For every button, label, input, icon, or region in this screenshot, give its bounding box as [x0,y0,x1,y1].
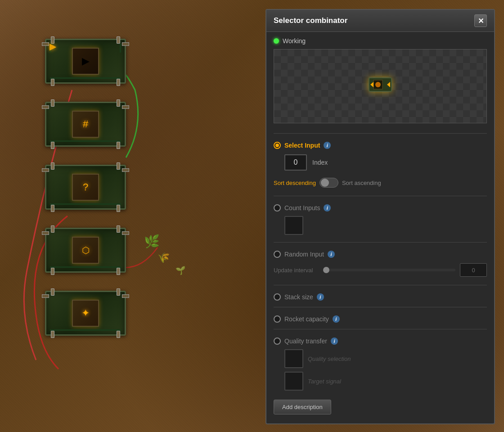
sort-descending-label: Sort descending [274,180,316,186]
dialog-title: Selector combinator [274,16,347,25]
rocket-capacity-label: Rocket capacity [284,315,329,323]
target-signal-slot[interactable] [284,372,303,391]
random-input-section: Random Input i [274,246,487,261]
selector-combinator-dialog: Selector combinator ✕ Working [266,9,495,424]
machine-2: # [36,97,171,151]
sort-toggle-thumb [321,179,329,187]
index-row: Index [274,152,487,175]
preview-machine-icon [367,76,394,97]
count-inputs-info-icon[interactable]: i [324,204,331,212]
sort-toggle[interactable] [320,178,338,188]
preview-area [274,49,487,123]
status-indicator [274,38,279,44]
plant-decoration-2: 🌾 [158,252,170,264]
stack-size-label: Stack size [284,293,313,301]
target-signal-placeholder: Target signal [308,378,341,385]
index-input[interactable] [284,154,307,171]
dialog-header: Selector combinator ✕ [266,10,494,32]
index-label: Index [312,159,328,166]
divider-5 [274,307,487,307]
divider-2 [274,196,487,196]
rocket-capacity-section: Rocket capacity i [274,311,487,325]
add-description-button[interactable]: Add description [274,400,331,414]
count-inputs-section: Count Inputs i [274,200,487,214]
quality-slots-area: Quality selection Target signal [274,347,487,394]
status-bar: Working [274,37,487,45]
stack-size-info-icon[interactable]: i [317,293,324,301]
plant-decoration: 🌿 [144,234,160,249]
machines-container: ▶ ▶ # [36,32,171,343]
count-inputs-radio[interactable] [274,204,281,212]
plant-decoration-3: 🌱 [176,266,185,275]
quality-selection-row: Quality selection [284,349,487,368]
update-interval-label: Update interval [274,267,319,274]
interval-value[interactable]: 0 [460,263,487,277]
select-input-section: Select Input i [274,137,487,152]
update-interval-row: Update interval 0 [274,261,487,281]
quality-transfer-label: Quality transfer [284,338,327,345]
machine-3: ? [36,160,171,214]
count-inputs-label: Count Inputs [284,204,320,212]
random-input-info-icon[interactable]: i [328,251,335,258]
quality-transfer-section: Quality transfer i [274,333,487,347]
quality-selection-placeholder: Quality selection [308,356,351,362]
select-input-label: Select Input [284,142,320,149]
sort-row: Sort descending Sort ascending [274,175,487,192]
divider-1 [274,133,487,134]
divider-3 [274,242,487,243]
target-signal-row: Target signal [284,372,487,391]
random-input-radio[interactable] [274,251,281,258]
machine-5: ✦ [36,286,171,340]
count-inputs-slot-area [274,214,487,238]
random-input-label: Random Input [284,251,324,258]
sort-ascending-label: Sort ascending [342,180,381,186]
divider-6 [274,329,487,329]
slider-thumb [323,267,329,273]
rocket-capacity-radio[interactable] [274,315,281,323]
stack-size-radio[interactable] [274,293,281,301]
machine-1: ▶ ▶ [36,34,171,88]
quality-transfer-radio[interactable] [274,338,281,345]
quality-selection-slot[interactable] [284,349,303,368]
status-text: Working [283,37,306,45]
divider-4 [274,285,487,285]
interval-slider[interactable] [323,269,455,271]
svg-point-4 [375,82,381,87]
stack-size-section: Stack size i [274,289,487,303]
dialog-body: Working Select Input i [266,32,494,423]
rocket-capacity-info-icon[interactable]: i [333,315,340,323]
machine-4: ⬡ [36,223,171,277]
select-input-radio[interactable] [274,142,281,149]
close-button[interactable]: ✕ [474,14,487,27]
count-inputs-signal-slot[interactable] [284,216,303,235]
quality-transfer-info-icon[interactable]: i [331,338,338,345]
select-input-info-icon[interactable]: i [324,142,331,149]
